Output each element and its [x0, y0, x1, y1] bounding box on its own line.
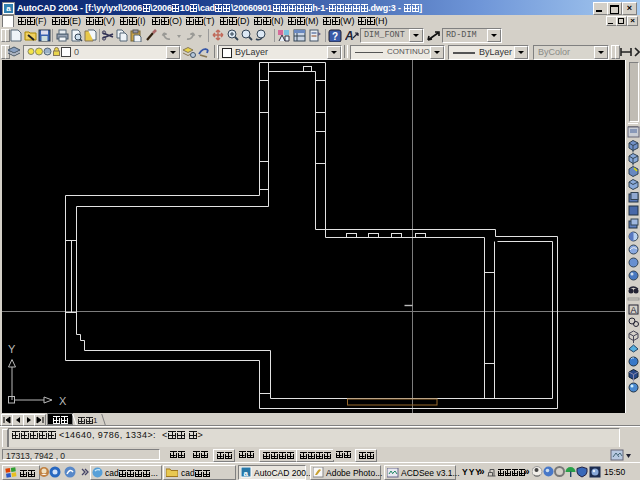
svg-text:?: ?	[332, 31, 338, 42]
svg-text:A: A	[345, 29, 354, 42]
svg-text:X: X	[59, 395, 67, 407]
svg-text:a: a	[244, 469, 249, 478]
svg-text:A: A	[631, 305, 637, 315]
svg-text:Y: Y	[8, 343, 16, 355]
